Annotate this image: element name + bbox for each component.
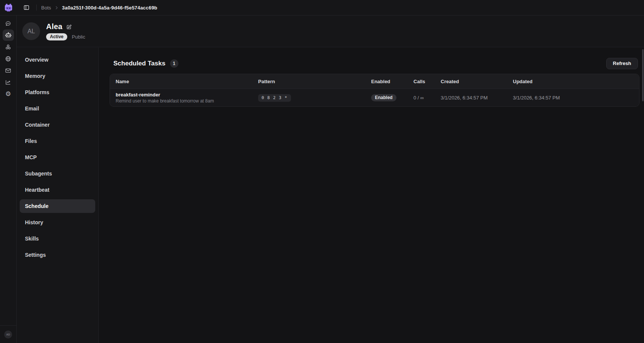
rail-globe-button[interactable]	[3, 53, 14, 64]
rail-settings-button[interactable]: ⚙	[3, 88, 14, 99]
rail-integrations-button[interactable]	[3, 41, 14, 53]
sidebar-item-overview[interactable]: Overview	[20, 53, 95, 67]
bot-avatar: AL	[22, 22, 40, 40]
bot-header: AL Alea Active Public	[17, 16, 644, 47]
bot-title: Alea	[46, 22, 62, 31]
rail-chat-button[interactable]	[3, 18, 14, 29]
panel-left-icon	[23, 4, 30, 11]
status-badge: Active	[46, 33, 67, 40]
sidebar-item-schedule[interactable]: Schedule	[20, 199, 95, 213]
sidebar-item-history[interactable]: History	[20, 216, 95, 229]
vertical-scrollbar-thumb[interactable]	[642, 49, 644, 101]
breadcrumb-bot-id: 3a0a251f-300d-4a5a-9d46-f5e574acc69b	[62, 5, 157, 11]
icon-rail: ⚙ AD	[0, 16, 17, 343]
main-content: Scheduled Tasks 1 Refresh Name Pattern E…	[99, 48, 644, 343]
sidebar-item-mcp[interactable]: MCP	[20, 151, 95, 164]
main-header: Scheduled Tasks 1 Refresh	[99, 48, 644, 69]
visibility-label: Public	[72, 34, 85, 40]
sidebar-item-container[interactable]: Container	[20, 118, 95, 132]
sidebar-item-files[interactable]: Files	[20, 134, 95, 148]
table-row[interactable]: breakfast-reminder Remind user to make b…	[110, 88, 639, 106]
cell-created: 3/1/2026, 6:34:57 PM	[441, 95, 513, 101]
chevron-right-icon	[54, 5, 59, 10]
integrations-icon	[5, 44, 11, 50]
task-description: Remind user to make breakfast tomorrow a…	[116, 98, 258, 104]
page-title: Scheduled Tasks	[113, 60, 166, 67]
bot-sidebar: Overview Memory Platforms Email Containe…	[17, 48, 99, 343]
task-name: breakfast-reminder	[116, 92, 258, 98]
column-header-calls: Calls	[413, 79, 441, 84]
chat-icon	[5, 20, 11, 27]
column-header-updated: Updated	[513, 79, 639, 84]
sidebar-item-memory[interactable]: Memory	[20, 69, 95, 83]
cell-enabled: Enabled	[371, 94, 413, 101]
column-header-pattern: Pattern	[258, 79, 371, 84]
column-header-name: Name	[110, 79, 258, 84]
sidebar-item-email[interactable]: Email	[20, 102, 95, 115]
user-avatar[interactable]: AD	[4, 331, 12, 338]
sidebar-item-skills[interactable]: Skills	[20, 232, 95, 245]
cell-updated: 3/1/2026, 6:34:57 PM	[513, 95, 639, 101]
refresh-button[interactable]: Refresh	[606, 58, 638, 69]
enabled-badge: Enabled	[371, 94, 396, 101]
sidebar-item-subagents[interactable]: Subagents	[20, 167, 95, 180]
sidebar-item-platforms[interactable]: Platforms	[20, 85, 95, 99]
sidebar-toggle-button[interactable]	[21, 2, 32, 13]
rail-footer: AD	[0, 325, 17, 343]
cron-pattern-chip: 0 8 2 3 *	[258, 94, 291, 102]
topbar: Bots 3a0a251f-300d-4a5a-9d46-f5e574acc69…	[0, 0, 644, 16]
mail-icon	[5, 67, 11, 74]
rail-mail-button[interactable]	[3, 65, 14, 76]
rail-bots-button[interactable]	[3, 29, 14, 41]
column-header-created: Created	[441, 79, 513, 84]
edit-name-button[interactable]	[66, 24, 72, 30]
sidebar-item-heartbeat[interactable]: Heartbeat	[20, 183, 95, 197]
cell-calls: 0 / ∞	[413, 95, 441, 101]
topbar-divider	[36, 5, 37, 11]
edit-pencil-icon	[66, 24, 72, 30]
settings-icon: ⚙	[5, 91, 11, 97]
cell-pattern: 0 8 2 3 *	[258, 94, 371, 102]
column-header-enabled: Enabled	[371, 79, 413, 84]
robot-logo-icon	[4, 3, 13, 12]
table-header-row: Name Pattern Enabled Calls Created Updat…	[110, 74, 639, 88]
cell-name: breakfast-reminder Remind user to make b…	[110, 92, 258, 104]
globe-icon	[5, 56, 11, 62]
sidebar-item-settings[interactable]: Settings	[20, 248, 95, 262]
app-logo[interactable]	[0, 3, 17, 12]
breadcrumb-bots-link[interactable]: Bots	[41, 5, 51, 11]
rail-analytics-button[interactable]	[3, 76, 14, 88]
task-count-badge: 1	[170, 59, 178, 68]
scheduled-tasks-table: Name Pattern Enabled Calls Created Updat…	[110, 74, 639, 107]
analytics-icon	[5, 79, 11, 85]
bot-icon	[5, 32, 12, 39]
